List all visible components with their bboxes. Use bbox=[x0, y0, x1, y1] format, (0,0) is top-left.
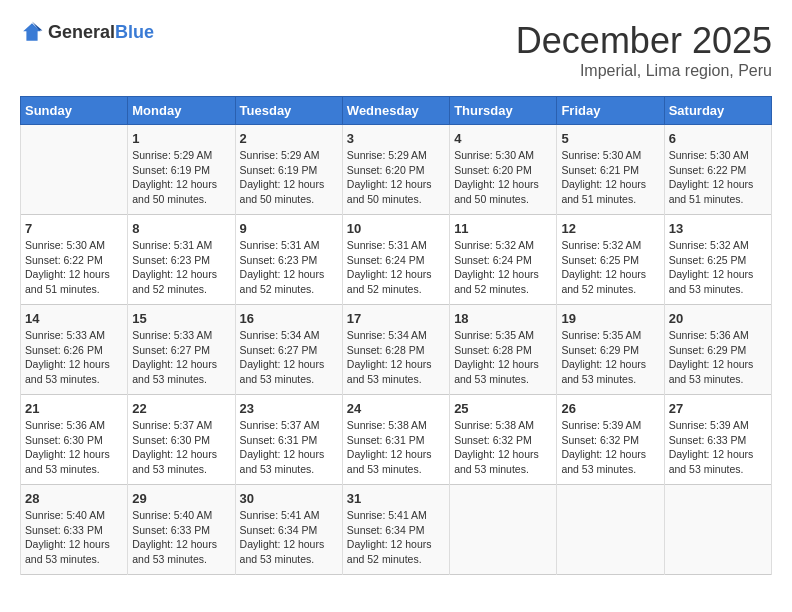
day-number: 4 bbox=[454, 131, 552, 146]
day-number: 24 bbox=[347, 401, 445, 416]
calendar-cell bbox=[664, 485, 771, 575]
calendar-cell: 8Sunrise: 5:31 AMSunset: 6:23 PMDaylight… bbox=[128, 215, 235, 305]
weekday-header-row: SundayMondayTuesdayWednesdayThursdayFrid… bbox=[21, 97, 772, 125]
calendar-cell: 18Sunrise: 5:35 AMSunset: 6:28 PMDayligh… bbox=[450, 305, 557, 395]
day-info: Sunrise: 5:34 AMSunset: 6:27 PMDaylight:… bbox=[240, 328, 338, 387]
logo-icon bbox=[20, 20, 44, 44]
calendar-cell bbox=[557, 485, 664, 575]
calendar-cell: 19Sunrise: 5:35 AMSunset: 6:29 PMDayligh… bbox=[557, 305, 664, 395]
day-number: 14 bbox=[25, 311, 123, 326]
weekday-header-wednesday: Wednesday bbox=[342, 97, 449, 125]
day-number: 19 bbox=[561, 311, 659, 326]
day-info: Sunrise: 5:38 AMSunset: 6:31 PMDaylight:… bbox=[347, 418, 445, 477]
day-number: 8 bbox=[132, 221, 230, 236]
day-info: Sunrise: 5:32 AMSunset: 6:24 PMDaylight:… bbox=[454, 238, 552, 297]
day-info: Sunrise: 5:30 AMSunset: 6:21 PMDaylight:… bbox=[561, 148, 659, 207]
weekday-header-saturday: Saturday bbox=[664, 97, 771, 125]
calendar-week-row: 28Sunrise: 5:40 AMSunset: 6:33 PMDayligh… bbox=[21, 485, 772, 575]
day-info: Sunrise: 5:29 AMSunset: 6:19 PMDaylight:… bbox=[132, 148, 230, 207]
day-info: Sunrise: 5:33 AMSunset: 6:26 PMDaylight:… bbox=[25, 328, 123, 387]
calendar-cell: 28Sunrise: 5:40 AMSunset: 6:33 PMDayligh… bbox=[21, 485, 128, 575]
day-number: 27 bbox=[669, 401, 767, 416]
day-number: 22 bbox=[132, 401, 230, 416]
calendar-cell: 14Sunrise: 5:33 AMSunset: 6:26 PMDayligh… bbox=[21, 305, 128, 395]
day-info: Sunrise: 5:40 AMSunset: 6:33 PMDaylight:… bbox=[132, 508, 230, 567]
calendar-week-row: 14Sunrise: 5:33 AMSunset: 6:26 PMDayligh… bbox=[21, 305, 772, 395]
day-info: Sunrise: 5:35 AMSunset: 6:28 PMDaylight:… bbox=[454, 328, 552, 387]
calendar-cell: 12Sunrise: 5:32 AMSunset: 6:25 PMDayligh… bbox=[557, 215, 664, 305]
day-number: 16 bbox=[240, 311, 338, 326]
calendar-cell: 4Sunrise: 5:30 AMSunset: 6:20 PMDaylight… bbox=[450, 125, 557, 215]
day-info: Sunrise: 5:29 AMSunset: 6:20 PMDaylight:… bbox=[347, 148, 445, 207]
calendar-week-row: 1Sunrise: 5:29 AMSunset: 6:19 PMDaylight… bbox=[21, 125, 772, 215]
calendar-cell: 23Sunrise: 5:37 AMSunset: 6:31 PMDayligh… bbox=[235, 395, 342, 485]
calendar-cell: 30Sunrise: 5:41 AMSunset: 6:34 PMDayligh… bbox=[235, 485, 342, 575]
day-number: 13 bbox=[669, 221, 767, 236]
day-number: 23 bbox=[240, 401, 338, 416]
weekday-header-monday: Monday bbox=[128, 97, 235, 125]
day-number: 18 bbox=[454, 311, 552, 326]
day-info: Sunrise: 5:40 AMSunset: 6:33 PMDaylight:… bbox=[25, 508, 123, 567]
day-number: 5 bbox=[561, 131, 659, 146]
calendar-cell: 6Sunrise: 5:30 AMSunset: 6:22 PMDaylight… bbox=[664, 125, 771, 215]
day-info: Sunrise: 5:38 AMSunset: 6:32 PMDaylight:… bbox=[454, 418, 552, 477]
calendar-table: SundayMondayTuesdayWednesdayThursdayFrid… bbox=[20, 96, 772, 575]
weekday-header-tuesday: Tuesday bbox=[235, 97, 342, 125]
logo: GeneralBlue bbox=[20, 20, 154, 44]
day-number: 25 bbox=[454, 401, 552, 416]
day-number: 9 bbox=[240, 221, 338, 236]
calendar-cell: 13Sunrise: 5:32 AMSunset: 6:25 PMDayligh… bbox=[664, 215, 771, 305]
day-info: Sunrise: 5:34 AMSunset: 6:28 PMDaylight:… bbox=[347, 328, 445, 387]
day-info: Sunrise: 5:39 AMSunset: 6:33 PMDaylight:… bbox=[669, 418, 767, 477]
day-info: Sunrise: 5:36 AMSunset: 6:29 PMDaylight:… bbox=[669, 328, 767, 387]
day-info: Sunrise: 5:30 AMSunset: 6:20 PMDaylight:… bbox=[454, 148, 552, 207]
day-number: 15 bbox=[132, 311, 230, 326]
calendar-cell: 17Sunrise: 5:34 AMSunset: 6:28 PMDayligh… bbox=[342, 305, 449, 395]
calendar-cell: 7Sunrise: 5:30 AMSunset: 6:22 PMDaylight… bbox=[21, 215, 128, 305]
day-number: 2 bbox=[240, 131, 338, 146]
day-info: Sunrise: 5:37 AMSunset: 6:30 PMDaylight:… bbox=[132, 418, 230, 477]
calendar-cell: 31Sunrise: 5:41 AMSunset: 6:34 PMDayligh… bbox=[342, 485, 449, 575]
day-number: 20 bbox=[669, 311, 767, 326]
day-number: 1 bbox=[132, 131, 230, 146]
calendar-cell: 1Sunrise: 5:29 AMSunset: 6:19 PMDaylight… bbox=[128, 125, 235, 215]
calendar-cell: 2Sunrise: 5:29 AMSunset: 6:19 PMDaylight… bbox=[235, 125, 342, 215]
calendar-cell: 27Sunrise: 5:39 AMSunset: 6:33 PMDayligh… bbox=[664, 395, 771, 485]
calendar-cell: 15Sunrise: 5:33 AMSunset: 6:27 PMDayligh… bbox=[128, 305, 235, 395]
calendar-cell bbox=[450, 485, 557, 575]
day-number: 31 bbox=[347, 491, 445, 506]
day-info: Sunrise: 5:31 AMSunset: 6:24 PMDaylight:… bbox=[347, 238, 445, 297]
weekday-header-sunday: Sunday bbox=[21, 97, 128, 125]
month-title: December 2025 bbox=[516, 20, 772, 62]
calendar-week-row: 21Sunrise: 5:36 AMSunset: 6:30 PMDayligh… bbox=[21, 395, 772, 485]
day-number: 10 bbox=[347, 221, 445, 236]
day-info: Sunrise: 5:41 AMSunset: 6:34 PMDaylight:… bbox=[240, 508, 338, 567]
calendar-cell: 21Sunrise: 5:36 AMSunset: 6:30 PMDayligh… bbox=[21, 395, 128, 485]
day-info: Sunrise: 5:29 AMSunset: 6:19 PMDaylight:… bbox=[240, 148, 338, 207]
calendar-cell: 3Sunrise: 5:29 AMSunset: 6:20 PMDaylight… bbox=[342, 125, 449, 215]
day-number: 26 bbox=[561, 401, 659, 416]
day-number: 11 bbox=[454, 221, 552, 236]
weekday-header-friday: Friday bbox=[557, 97, 664, 125]
day-number: 6 bbox=[669, 131, 767, 146]
day-number: 7 bbox=[25, 221, 123, 236]
day-number: 29 bbox=[132, 491, 230, 506]
calendar-cell: 26Sunrise: 5:39 AMSunset: 6:32 PMDayligh… bbox=[557, 395, 664, 485]
logo-general: General bbox=[48, 22, 115, 42]
day-info: Sunrise: 5:39 AMSunset: 6:32 PMDaylight:… bbox=[561, 418, 659, 477]
calendar-cell: 20Sunrise: 5:36 AMSunset: 6:29 PMDayligh… bbox=[664, 305, 771, 395]
day-number: 12 bbox=[561, 221, 659, 236]
day-info: Sunrise: 5:30 AMSunset: 6:22 PMDaylight:… bbox=[669, 148, 767, 207]
day-info: Sunrise: 5:35 AMSunset: 6:29 PMDaylight:… bbox=[561, 328, 659, 387]
day-info: Sunrise: 5:37 AMSunset: 6:31 PMDaylight:… bbox=[240, 418, 338, 477]
location-title: Imperial, Lima region, Peru bbox=[516, 62, 772, 80]
logo-blue: Blue bbox=[115, 22, 154, 42]
calendar-cell: 10Sunrise: 5:31 AMSunset: 6:24 PMDayligh… bbox=[342, 215, 449, 305]
page-header: GeneralBlue December 2025 Imperial, Lima… bbox=[20, 20, 772, 80]
day-info: Sunrise: 5:32 AMSunset: 6:25 PMDaylight:… bbox=[561, 238, 659, 297]
day-info: Sunrise: 5:36 AMSunset: 6:30 PMDaylight:… bbox=[25, 418, 123, 477]
day-number: 28 bbox=[25, 491, 123, 506]
calendar-cell: 24Sunrise: 5:38 AMSunset: 6:31 PMDayligh… bbox=[342, 395, 449, 485]
title-area: December 2025 Imperial, Lima region, Per… bbox=[516, 20, 772, 80]
weekday-header-thursday: Thursday bbox=[450, 97, 557, 125]
